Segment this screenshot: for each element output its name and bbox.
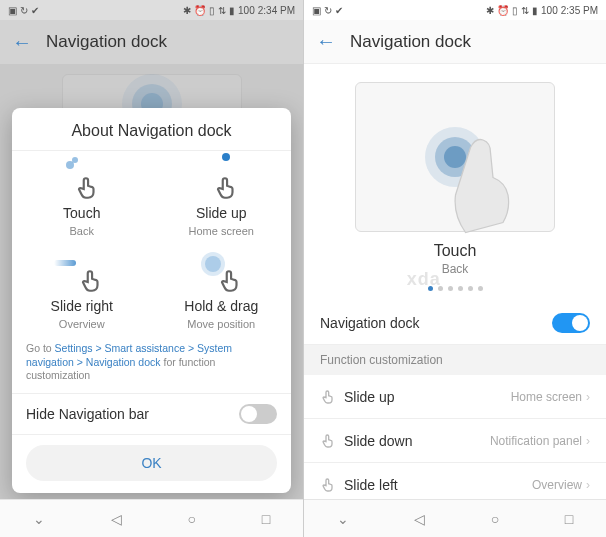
gesture-label: Slide up xyxy=(196,205,247,221)
sync-icon: ↻ xyxy=(324,5,332,16)
gesture-slide-right: Slide right Overview xyxy=(12,244,152,337)
row-value-text: Notification panel xyxy=(490,434,582,448)
gesture-slide-up: Slide up Home screen xyxy=(152,151,292,244)
row-label-text: Slide up xyxy=(344,389,395,405)
ok-button[interactable]: OK xyxy=(26,445,277,481)
row-label-text: Slide down xyxy=(344,433,413,449)
gesture-label: Touch xyxy=(63,205,100,221)
alarm-icon: ⏰ xyxy=(497,5,509,16)
dot xyxy=(448,286,453,291)
gesture-down-icon xyxy=(320,433,336,449)
alarm-icon: ⏰ xyxy=(194,5,206,16)
app-bar: ← Navigation dock xyxy=(304,20,606,64)
nav-recent-icon[interactable]: □ xyxy=(262,511,270,527)
nav-collapse-icon[interactable]: ⌄ xyxy=(33,511,45,527)
gesture-grid: Touch Back Slide up Home screen Slide ri… xyxy=(12,151,291,336)
check-icon: ✔ xyxy=(335,5,343,16)
nav-back-icon[interactable]: ◁ xyxy=(111,511,122,527)
dot xyxy=(468,286,473,291)
gesture-hold-drag: Hold & drag Move position xyxy=(152,244,292,337)
section-header: Function customization xyxy=(304,345,606,375)
battery-pct: 100 xyxy=(238,5,255,16)
hand-swipe-up-icon xyxy=(213,175,239,201)
nav-back-icon[interactable]: ◁ xyxy=(414,511,425,527)
nav-dock-toggle[interactable] xyxy=(552,313,590,333)
android-navbar: ⌄ ◁ ○ □ xyxy=(0,499,303,537)
status-bar: ▣ ↻ ✔ ✱ ⏰ ▯ ⇅ ▮ 100 2:35 PM xyxy=(304,0,606,20)
battery-pct: 100 xyxy=(541,5,558,16)
screenshot-right: ▣ ↻ ✔ ✱ ⏰ ▯ ⇅ ▮ 100 2:35 PM ← Navigation… xyxy=(303,0,606,537)
row-value-text: Home screen xyxy=(511,390,582,404)
finger-icon xyxy=(443,135,523,235)
gesture-touch: Touch Back xyxy=(12,151,152,244)
hand-tap-icon xyxy=(74,175,100,201)
caption-title: Touch xyxy=(304,242,606,260)
android-navbar: ⌄ ◁ ○ □ xyxy=(304,499,606,537)
gesture-up-icon xyxy=(320,389,336,405)
hand-drag-icon xyxy=(217,268,243,294)
vibrate-icon: ▯ xyxy=(209,5,215,16)
nav-home-icon[interactable]: ○ xyxy=(187,511,195,527)
list-item[interactable]: Slide down Notification panel› xyxy=(304,419,606,463)
dot xyxy=(478,286,483,291)
gesture-sublabel: Home screen xyxy=(189,225,254,237)
wifi-icon: ⇅ xyxy=(218,5,226,16)
back-arrow-icon[interactable]: ← xyxy=(12,31,32,54)
hint-text: Go to Settings > Smart assistance > Syst… xyxy=(12,336,291,394)
back-arrow-icon[interactable]: ← xyxy=(316,30,336,53)
nav-home-icon[interactable]: ○ xyxy=(491,511,499,527)
sync-icon: ↻ xyxy=(20,5,28,16)
row-label-text: Slide left xyxy=(344,477,398,493)
swipe-trail-icon xyxy=(54,260,76,266)
nav-collapse-icon[interactable]: ⌄ xyxy=(337,511,349,527)
check-icon: ✔ xyxy=(31,5,39,16)
screenshot-left: ▣ ↻ ✔ ✱ ⏰ ▯ ⇅ ▮ 100 2:34 PM ← Navigation… xyxy=(0,0,303,537)
hide-nav-toggle[interactable] xyxy=(239,404,277,424)
about-modal: About Navigation dock Touch Back Slide u… xyxy=(12,108,291,493)
list-item[interactable]: Slide up Home screen› xyxy=(304,375,606,419)
hide-nav-label: Hide Navigation bar xyxy=(26,406,149,422)
page-title: Navigation dock xyxy=(46,32,167,52)
gesture-label: Hold & drag xyxy=(184,298,258,314)
bluetooth-icon: ✱ xyxy=(183,5,191,16)
vibrate-icon: ▯ xyxy=(512,5,518,16)
nfc-icon: ▣ xyxy=(8,5,17,16)
gesture-sublabel: Move position xyxy=(187,318,255,330)
nfc-icon: ▣ xyxy=(312,5,321,16)
nav-dock-toggle-row[interactable]: Navigation dock xyxy=(304,301,606,345)
clock: 2:34 PM xyxy=(258,5,295,16)
page-title: Navigation dock xyxy=(350,32,471,52)
wifi-icon: ⇅ xyxy=(521,5,529,16)
gesture-left-icon xyxy=(320,477,336,493)
nav-recent-icon[interactable]: □ xyxy=(565,511,573,527)
app-bar: ← Navigation dock xyxy=(0,20,303,64)
clock: 2:35 PM xyxy=(561,5,598,16)
battery-icon: ▮ xyxy=(532,5,538,16)
battery-icon: ▮ xyxy=(229,5,235,16)
illustration xyxy=(355,82,555,232)
row-value-text: Overview xyxy=(532,478,582,492)
dot xyxy=(438,286,443,291)
dot-active xyxy=(428,286,433,291)
illustration-caption: Touch Back xyxy=(304,242,606,276)
gesture-sublabel: Overview xyxy=(59,318,105,330)
chevron-right-icon: › xyxy=(586,390,590,404)
row-label: Navigation dock xyxy=(320,315,420,331)
status-bar: ▣ ↻ ✔ ✱ ⏰ ▯ ⇅ ▮ 100 2:34 PM xyxy=(0,0,303,20)
modal-title: About Navigation dock xyxy=(12,108,291,151)
dot xyxy=(458,286,463,291)
gesture-label: Slide right xyxy=(51,298,113,314)
bluetooth-icon: ✱ xyxy=(486,5,494,16)
gesture-sublabel: Back xyxy=(70,225,94,237)
chevron-right-icon: › xyxy=(586,478,590,492)
caption-subtitle: Back xyxy=(304,262,606,276)
hand-swipe-right-icon xyxy=(78,268,104,294)
hint-prefix: Go to xyxy=(26,342,55,354)
hide-nav-row[interactable]: Hide Navigation bar xyxy=(12,394,291,435)
chevron-right-icon: › xyxy=(586,434,590,448)
